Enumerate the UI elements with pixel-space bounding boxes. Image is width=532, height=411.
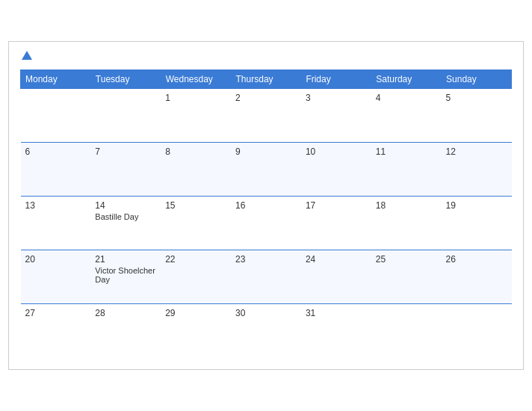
- day-number: 11: [376, 146, 437, 157]
- week-row-3: 1314Bastille Day1516171819: [21, 197, 512, 250]
- day-cell: 25: [371, 250, 442, 304]
- day-cell: 20: [21, 250, 91, 304]
- day-number: 20: [25, 254, 87, 265]
- day-cell: 6: [21, 143, 91, 197]
- day-cell: 18: [371, 197, 442, 250]
- calendar-container: MondayTuesdayWednesdayThursdayFridaySatu…: [8, 41, 524, 370]
- logo: [20, 49, 32, 61]
- day-number: 13: [25, 200, 87, 211]
- day-number: 7: [95, 146, 156, 157]
- day-number: 17: [306, 200, 367, 211]
- weekday-header-sunday: Sunday: [442, 70, 512, 89]
- day-cell: 24: [301, 250, 371, 304]
- day-cell: 19: [442, 197, 512, 250]
- day-number: 16: [235, 200, 297, 211]
- day-number: 10: [306, 146, 367, 157]
- day-number: 5: [446, 93, 507, 103]
- day-cell: 4: [371, 89, 442, 143]
- day-cell: 28: [90, 304, 161, 358]
- day-cell: 2: [231, 89, 301, 143]
- day-cell: 15: [161, 197, 231, 250]
- day-cell: 12: [442, 143, 512, 197]
- week-row-4: 2021Victor Shoelcher Day2223242526: [21, 250, 512, 304]
- day-cell: 21Victor Shoelcher Day: [90, 250, 161, 304]
- day-number: 12: [446, 146, 507, 157]
- day-cell: 27: [21, 304, 91, 358]
- calendar-grid: MondayTuesdayWednesdayThursdayFridaySatu…: [20, 69, 512, 358]
- day-cell: 13: [21, 197, 91, 250]
- day-number: 28: [95, 308, 156, 318]
- day-number: 21: [95, 254, 156, 265]
- day-number: 4: [376, 93, 437, 103]
- day-cell: 5: [442, 89, 512, 143]
- day-cell: 26: [442, 250, 512, 304]
- day-cell: 9: [231, 143, 301, 197]
- day-cell: 7: [90, 143, 161, 197]
- day-number: 9: [235, 146, 297, 157]
- day-cell: 29: [161, 304, 231, 358]
- day-number: 3: [306, 93, 367, 103]
- day-cell: [21, 89, 91, 143]
- weekday-header-tuesday: Tuesday: [90, 70, 161, 89]
- week-row-2: 6789101112: [21, 143, 512, 197]
- day-cell: 22: [161, 250, 231, 304]
- calendar-header: [20, 49, 512, 61]
- day-cell: [442, 304, 512, 358]
- day-cell: 23: [231, 250, 301, 304]
- day-cell: 31: [301, 304, 371, 358]
- day-cell: 30: [231, 304, 301, 358]
- week-row-5: 2728293031: [21, 304, 512, 358]
- day-number: 14: [95, 200, 156, 211]
- day-cell: [90, 89, 161, 143]
- logo-triangle-icon: [22, 51, 32, 60]
- day-cell: 3: [301, 89, 371, 143]
- weekday-header-saturday: Saturday: [371, 70, 442, 89]
- weekday-header-wednesday: Wednesday: [161, 70, 231, 89]
- day-cell: 11: [371, 143, 442, 197]
- day-number: 15: [165, 200, 226, 211]
- day-number: 6: [25, 146, 87, 157]
- day-number: 25: [376, 254, 437, 265]
- day-cell: 8: [161, 143, 231, 197]
- day-number: 24: [306, 254, 367, 265]
- day-number: 2: [235, 93, 297, 103]
- day-number: 29: [165, 308, 226, 318]
- day-number: 23: [235, 254, 297, 265]
- weekday-header-friday: Friday: [301, 70, 371, 89]
- day-number: 30: [235, 308, 297, 318]
- week-row-1: 12345: [21, 89, 512, 143]
- day-cell: 17: [301, 197, 371, 250]
- day-number: 18: [376, 200, 437, 211]
- weekday-header-thursday: Thursday: [231, 70, 301, 89]
- holiday-name: Victor Shoelcher Day: [95, 266, 156, 284]
- day-cell: 10: [301, 143, 371, 197]
- day-cell: [371, 304, 442, 358]
- weekday-header-row: MondayTuesdayWednesdayThursdayFridaySatu…: [21, 70, 512, 89]
- holiday-name: Bastille Day: [95, 212, 156, 221]
- day-cell: 16: [231, 197, 301, 250]
- day-cell: 1: [161, 89, 231, 143]
- day-cell: 14Bastille Day: [90, 197, 161, 250]
- day-number: 22: [165, 254, 226, 265]
- day-number: 8: [165, 146, 226, 157]
- weekday-header-monday: Monday: [21, 70, 91, 89]
- day-number: 26: [446, 254, 507, 265]
- day-number: 31: [306, 308, 367, 318]
- day-number: 1: [165, 93, 226, 103]
- day-number: 27: [25, 308, 87, 318]
- day-number: 19: [446, 200, 507, 211]
